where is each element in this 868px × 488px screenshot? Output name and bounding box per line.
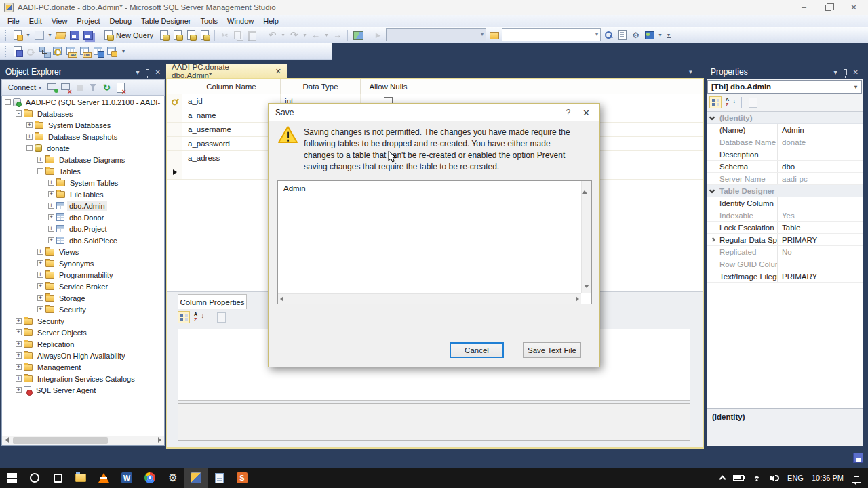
language-indicator[interactable]: ENG [787,474,804,482]
battery-icon[interactable] [733,475,744,481]
taskbar-slot-task-view[interactable] [46,468,69,488]
collapse-icon[interactable]: - [5,99,11,105]
property-value[interactable]: Yes [777,209,863,221]
tree-item-database-diagrams[interactable]: +Database Diagrams [2,154,164,165]
expand-icon[interactable]: + [48,237,54,243]
property-value[interactable]: dbo [777,161,863,172]
document-tab[interactable]: AADI-PC.donate - dbo.Admin* ✕ [166,64,287,78]
property-value[interactable]: No [777,246,863,258]
refresh-icon[interactable] [101,82,113,94]
tree-item-synonyms[interactable]: +Synonyms [2,258,164,269]
expand-icon[interactable]: + [48,180,54,186]
expand-icon[interactable]: + [16,318,22,324]
expand-icon[interactable]: + [37,306,43,312]
menu-item-edit[interactable]: Edit [24,16,47,26]
tree-item-database-snapshots[interactable]: +Database Snapshots [2,131,164,142]
property-value[interactable] [777,258,863,270]
menu-item-help[interactable]: Help [258,16,283,26]
new-query-icon[interactable] [102,29,114,41]
new-mdx-query-icon[interactable] [172,29,183,41]
tree-item-management[interactable]: +Management [2,361,164,373]
property-category--identity-[interactable]: (Identity) [707,112,863,124]
expand-icon[interactable]: + [37,249,43,255]
property-row-database-name[interactable]: Database Namedonate [707,136,863,148]
new-query-button[interactable]: New Query [116,31,153,39]
manage-indexes-keys-icon[interactable] [52,45,64,57]
list-item[interactable]: Admin [278,181,591,196]
manage-xml-indexes-icon[interactable] [79,45,91,57]
toolbar-grip[interactable] [5,46,7,57]
tree-item-alwayson-high-availability[interactable]: +AlwaysOn High Availability [2,350,164,361]
scroll-right-icon[interactable] [155,437,164,444]
expand-icon[interactable]: + [37,283,43,289]
expand-icon[interactable]: + [48,191,54,197]
property-row-text-image-filegr[interactable]: Text/Image FilegrPRIMARY [707,270,863,283]
property-value[interactable]: PRIMARY [777,234,863,245]
scroll-down-icon[interactable] [584,285,589,288]
collapse-icon[interactable]: - [37,168,43,174]
taskbar-slot-file-explorer[interactable] [69,468,92,488]
manage-check-constraints-icon[interactable] [106,45,118,57]
overflow-icon[interactable] [120,45,127,57]
column-properties-tab[interactable]: Column Properties [178,294,247,309]
help-button[interactable]: ? [553,108,583,117]
add-snippet-icon[interactable] [33,29,45,41]
tree-item-donate[interactable]: -donate [2,142,164,154]
horizontal-scrollbar[interactable] [2,436,164,445]
tree-item-security[interactable]: +Security [2,315,164,327]
wifi-icon[interactable] [752,474,762,481]
database-combo[interactable] [502,28,601,41]
menu-item-window[interactable]: Window [222,16,258,26]
tree-item-server-objects[interactable]: +Server Objects [2,327,164,338]
property-row-lock-escalation[interactable]: Lock EscalationTable [707,222,863,234]
view-slides-icon[interactable] [644,29,655,41]
expand-icon[interactable]: + [48,203,54,209]
restore-button[interactable] [825,5,831,11]
property-row-replicated[interactable]: ReplicatedNo [707,246,863,258]
tree-item-dbo-soldpiece[interactable]: +dbo.SoldPiece [2,235,164,246]
tray-expand-icon[interactable] [719,476,726,483]
cancel-button[interactable]: Cancel [450,342,504,358]
clock[interactable]: 10:36 PM [812,474,844,482]
scroll-left-icon[interactable] [280,296,283,302]
property-row-row-guid-colum[interactable]: Row GUID Colum [707,258,863,270]
new-database-engine-query-icon[interactable] [158,29,170,41]
relationships-icon[interactable] [39,45,50,57]
scrollbar-thumb[interactable] [13,437,108,444]
window-position-icon[interactable]: ▾ [136,68,140,76]
open-folder-icon[interactable] [488,29,500,41]
menu-item-debug[interactable]: Debug [105,16,136,26]
pin-icon[interactable] [844,69,847,75]
tree-item-aadi-pc-sql-server-11-0-2100-aadi-[interactable]: -AADI-PC (SQL Server 11.0.2100 - AADI- [2,96,164,108]
tree-item-dbo-donor[interactable]: +dbo.Donor [2,211,164,223]
chevron-right-icon[interactable] [711,237,715,242]
property-category-table-designer[interactable]: Table Designer [707,185,863,197]
property-value[interactable]: PRIMARY [777,270,863,282]
column-name-cell[interactable]: a_id [182,94,281,108]
tree-item-security[interactable]: +Security [2,304,164,315]
collapse-icon[interactable]: - [26,145,33,151]
open-file-icon[interactable] [55,29,66,41]
tab-list-dropdown-icon[interactable]: ▾ [689,68,692,75]
affected-tables-list[interactable]: Admin [277,180,592,304]
expand-icon[interactable]: + [16,375,22,382]
table-view-icon[interactable] [93,45,104,57]
save-all-icon[interactable] [82,29,94,41]
menu-item-view[interactable]: View [47,16,73,26]
property-value[interactable]: Table [777,222,863,233]
expand-icon[interactable]: + [26,134,33,140]
taskbar-slot-chrome[interactable] [138,468,161,488]
property-row-indexable[interactable]: IndexableYes [707,209,863,222]
scroll-left-icon[interactable] [2,437,12,444]
expand-icon[interactable]: + [37,272,43,278]
tree-item-service-broker[interactable]: +Service Broker [2,281,164,292]
dropdown-icon[interactable] [657,29,663,41]
volume-icon[interactable] [770,474,779,482]
taskbar-slot-sublime[interactable]: S [231,468,254,488]
horizontal-scrollbar[interactable] [278,293,581,304]
column-name-cell[interactable]: a_password [182,137,281,150]
close-button[interactable]: ✕ [850,3,857,12]
tree-item-storage[interactable]: +Storage [2,292,164,304]
taskbar-slot-notepad[interactable] [208,468,231,488]
expand-icon[interactable]: + [16,387,22,393]
